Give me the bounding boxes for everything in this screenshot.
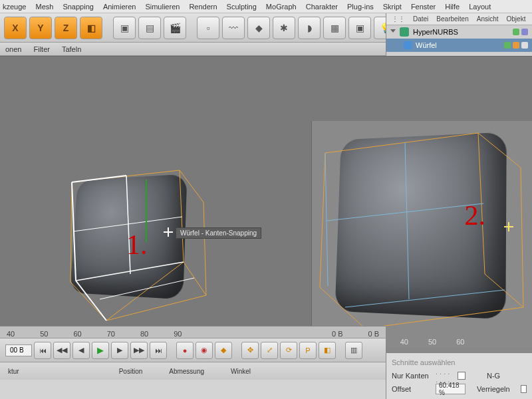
annotation-1: 1. bbox=[126, 229, 148, 261]
view-filter[interactable]: Filter bbox=[33, 45, 49, 53]
menu-layout[interactable]: Layout bbox=[469, 3, 491, 11]
om-label-hypernurbs: HyperNURBS bbox=[413, 28, 458, 36]
render-settings-button[interactable]: ▤ bbox=[138, 17, 161, 39]
nur-kanten-label: Nur Kanten bbox=[392, 372, 432, 380]
transport-bar: 00 B ⏮ ◀◀ ◀ ▶ ▶ ▶▶ ⏭ ● ◉ ◆ ✥ ⤢ ⟳ P ◧ ▥ bbox=[0, 338, 386, 362]
sel-tag-icon[interactable] bbox=[521, 42, 528, 49]
menu-sculpting[interactable]: Sculpting bbox=[227, 3, 257, 11]
menu-animate[interactable]: Animieren bbox=[103, 3, 136, 11]
timeline-ruler[interactable]: 40 50 60 70 80 90 0 B 0 B bbox=[0, 327, 386, 338]
om-object[interactable]: Objekt bbox=[507, 15, 526, 23]
menu-script[interactable]: Skript bbox=[383, 3, 402, 11]
menu-tools[interactable]: kzeuge bbox=[3, 3, 26, 11]
coord-system-button[interactable]: ◧ bbox=[80, 17, 102, 39]
deformer-button[interactable]: ✱ bbox=[273, 17, 295, 39]
offset-label: Offset bbox=[392, 385, 432, 393]
axis-x-button[interactable]: X bbox=[4, 17, 27, 39]
prev-key-button[interactable]: ◀◀ bbox=[53, 342, 70, 359]
nur-kanten-checkbox[interactable] bbox=[458, 372, 466, 380]
goto-end-button[interactable]: ⏭ bbox=[150, 342, 167, 359]
next-frame-button[interactable]: ▶ bbox=[111, 342, 128, 359]
svg-line-15 bbox=[325, 153, 328, 286]
abmessung-label: Abmessung bbox=[169, 368, 204, 375]
menu-character[interactable]: Charakter bbox=[306, 3, 338, 11]
view-options[interactable]: onen bbox=[5, 45, 21, 53]
attribute-manager: Schnitte auswählen Nur Kanten . . . . . … bbox=[386, 352, 532, 399]
snap-tooltip: Würfel - Kanten-Snapping bbox=[176, 227, 261, 239]
position-label: Position bbox=[119, 368, 143, 375]
winkel-label: Winkel bbox=[231, 368, 251, 375]
axis-z-button[interactable]: Z bbox=[55, 17, 77, 39]
main-menu-bar: kzeuge Mesh Snapping Animieren Simuliere… bbox=[0, 0, 532, 13]
primitive-cube-button[interactable]: ▫ bbox=[197, 17, 219, 39]
axis-y-button[interactable]: Y bbox=[29, 17, 52, 39]
environment-button[interactable]: ◗ bbox=[298, 17, 321, 39]
menu-plugins[interactable]: Plug-ins bbox=[347, 3, 374, 11]
viewport-3d[interactable]: Würfel - Kanten-Snapping 1. 2. 10 20 30 … bbox=[0, 56, 532, 326]
svg-line-14 bbox=[485, 274, 523, 307]
grip-icon[interactable]: ⋮⋮ bbox=[392, 15, 405, 23]
ob-right: 0 B bbox=[368, 330, 379, 338]
menu-help[interactable]: Hilfe bbox=[445, 3, 460, 11]
camera-button[interactable]: ▣ bbox=[348, 17, 371, 39]
viewport-panel-right[interactable]: 2. 10 20 30 40 50 60 bbox=[311, 121, 532, 347]
offset-field[interactable]: 60.418 % bbox=[436, 384, 466, 394]
om-label-wuerfel: Würfel bbox=[416, 41, 437, 49]
phong-tag-icon[interactable] bbox=[513, 42, 519, 49]
play-button[interactable]: ▶ bbox=[92, 342, 109, 359]
key-pos-button[interactable]: ✥ bbox=[241, 342, 259, 359]
hypernurbs-icon bbox=[400, 27, 409, 37]
cursor-cross-icon bbox=[504, 222, 513, 231]
svg-line-17 bbox=[327, 203, 483, 221]
om-row-wuerfel[interactable]: Würfel bbox=[386, 39, 532, 52]
om-file[interactable]: Datei bbox=[413, 15, 428, 23]
autokey-button[interactable]: ◉ bbox=[196, 342, 213, 359]
key-scale-button[interactable]: ⤢ bbox=[261, 342, 278, 359]
menu-mesh[interactable]: Mesh bbox=[35, 3, 53, 11]
svg-line-1 bbox=[180, 170, 184, 262]
vis-dot-icon[interactable] bbox=[513, 29, 519, 35]
verriegeln-checkbox[interactable] bbox=[521, 385, 527, 393]
render-queue-button[interactable]: 🎬 bbox=[164, 17, 186, 39]
attr-cutline: Schnitte auswählen bbox=[392, 356, 527, 369]
om-view[interactable]: Ansicht bbox=[477, 15, 499, 23]
cube-icon bbox=[404, 41, 412, 49]
svg-line-18 bbox=[345, 290, 505, 307]
next-key-button[interactable]: ▶▶ bbox=[130, 342, 148, 359]
film-icon[interactable]: ▥ bbox=[345, 342, 362, 359]
svg-line-3 bbox=[106, 262, 184, 321]
floor-button[interactable]: ▦ bbox=[323, 17, 346, 39]
keyframe-sel-button[interactable]: ◆ bbox=[215, 342, 232, 359]
menu-mograph[interactable]: MoGraph bbox=[266, 3, 297, 11]
cursor-cross-icon bbox=[164, 227, 173, 237]
menu-render[interactable]: Rendern bbox=[189, 3, 217, 11]
key-pla-button[interactable]: ◧ bbox=[319, 342, 336, 359]
cage-wireframe-right bbox=[312, 121, 532, 334]
render-view-button[interactable]: ▣ bbox=[113, 17, 136, 39]
svg-line-5 bbox=[76, 281, 106, 321]
verriegeln-label: Verriegeln bbox=[477, 385, 517, 393]
record-button[interactable]: ● bbox=[176, 342, 194, 359]
key-param-button[interactable]: P bbox=[299, 342, 317, 359]
om-menubar: ⋮⋮ Datei Bearbeiten Ansicht Objekt bbox=[386, 13, 532, 25]
menu-simulate[interactable]: Simulieren bbox=[145, 3, 180, 11]
prev-frame-button[interactable]: ◀ bbox=[72, 342, 90, 359]
expand-icon[interactable] bbox=[390, 29, 396, 35]
menu-snapping[interactable]: Snapping bbox=[63, 3, 94, 11]
timeline-area: 40 50 60 70 80 90 0 B 0 B 00 B ⏮ ◀◀ ◀ ▶ … bbox=[0, 326, 386, 399]
ng-label: N-G bbox=[487, 372, 527, 380]
generator-button[interactable]: ◆ bbox=[247, 17, 270, 39]
om-row-hypernurbs[interactable]: HyperNURBS bbox=[386, 25, 532, 39]
annotation-2: 2. bbox=[465, 200, 486, 231]
spline-button[interactable]: 〰 bbox=[222, 17, 245, 39]
menu-window[interactable]: Fenster bbox=[411, 3, 436, 11]
enable-tag-icon[interactable] bbox=[521, 29, 528, 35]
vis-dot-icon[interactable] bbox=[504, 42, 511, 49]
om-edit[interactable]: Bearbeiten bbox=[436, 15, 468, 23]
view-panels[interactable]: Tafeln bbox=[62, 45, 81, 53]
horizon-line bbox=[0, 56, 532, 57]
key-rot-button[interactable]: ⟳ bbox=[280, 342, 297, 359]
svg-line-6 bbox=[72, 176, 126, 182]
frame-field[interactable]: 00 B bbox=[5, 344, 32, 356]
goto-start-button[interactable]: ⏮ bbox=[34, 342, 51, 359]
